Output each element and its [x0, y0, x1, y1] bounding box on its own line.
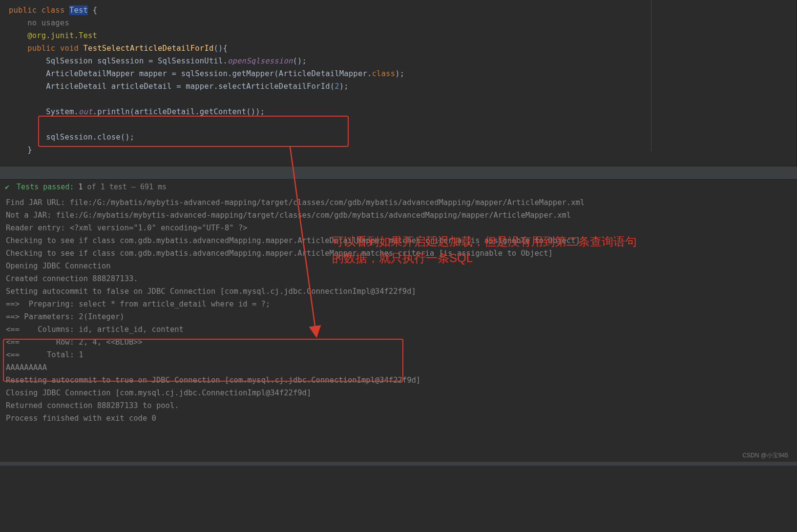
- code-text: System.: [46, 107, 79, 116]
- usages-hint: no usages: [27, 19, 69, 27]
- code-text: sqlSession.close();: [46, 133, 134, 142]
- code-text: ArticleDetailMapper mapper = sqlSession.…: [46, 69, 372, 78]
- keyword: class: [42, 6, 65, 15]
- paren: (){: [213, 44, 228, 53]
- annotation: @org.junit.: [27, 31, 79, 40]
- number-literal: 2: [335, 82, 339, 91]
- console-line: <== Columns: id, article_id, content: [6, 323, 791, 336]
- check-icon: ✔: [5, 183, 9, 191]
- console-line: Process finished with exit code 0: [6, 412, 791, 425]
- console-line: Find JAR URL: file:/G:/mybatis/mybytis-a…: [6, 196, 791, 209]
- paren: );: [395, 69, 404, 78]
- brace: }: [27, 145, 32, 154]
- keyword: public: [27, 44, 55, 53]
- code-editor[interactable]: public class Test { no usages @org.junit…: [0, 0, 797, 166]
- class-name: Test: [69, 5, 88, 15]
- tests-passed-count: 1: [79, 183, 83, 191]
- console-line: Created connection 888287133.: [6, 272, 791, 285]
- annotation: Test: [79, 31, 97, 40]
- console-line: Setting autocommit to false on JDBC Conn…: [6, 285, 791, 298]
- panel-divider[interactable]: [0, 166, 797, 180]
- console-line: AAAAAAAAA: [6, 361, 791, 374]
- keyword: void: [60, 44, 79, 53]
- tests-of-label: of 1 test –: [87, 183, 140, 191]
- brace: {: [88, 6, 97, 15]
- keyword: class: [372, 69, 396, 78]
- test-status-bar: ✔ Tests passed: 1 of 1 test – 691 ms: [0, 180, 797, 194]
- console-line: Returned connection 888287133 to pool.: [6, 399, 791, 412]
- console-line: Opening JDBC Connection: [6, 260, 791, 272]
- method-name: TestSelectArticleDetailForId: [84, 44, 214, 53]
- code-text: SqlSession sqlSession = SqlSessionUtil.: [46, 57, 228, 65]
- console-line: Not a JAR: file:/G:/mybatis/mybytis-adva…: [6, 209, 791, 222]
- console-line: Checking to see if class com.gdb.mybatis…: [6, 247, 791, 260]
- code-text: .println(articleDetail.getContent());: [93, 107, 265, 116]
- console-line: ==> Preparing: select * from article_det…: [6, 298, 791, 310]
- tests-time: 691 ms: [140, 183, 167, 191]
- paren: );: [339, 82, 349, 91]
- paren: ();: [293, 57, 307, 65]
- console-line: Closing JDBC Connection [com.mysql.cj.jd…: [6, 387, 791, 399]
- console-line: <== Row: 2, 4, <<BLOB>>: [6, 336, 791, 348]
- console-line: Resetting autocommit to true on JDBC Con…: [6, 374, 791, 387]
- console-line: Reader entry: <?xml version="1.0" encodi…: [6, 222, 791, 234]
- console-line: <== Total: 1: [6, 348, 791, 361]
- static-field: out: [79, 107, 93, 116]
- console-line: Checking to see if class com.gdb.mybatis…: [6, 234, 791, 247]
- static-method: openSqlsession: [228, 57, 293, 65]
- status-bar: [0, 462, 797, 466]
- console-output[interactable]: Find JAR URL: file:/G:/mybatis/mybytis-a…: [0, 194, 797, 434]
- console-line: ==> Parameters: 2(Integer): [6, 310, 791, 323]
- editor-right-gutter: [651, 0, 797, 151]
- tests-passed-label: Tests passed:: [17, 183, 74, 191]
- code-text: ArticleDetail articleDetail = mapper.sel…: [46, 82, 335, 91]
- keyword: public: [9, 6, 37, 15]
- watermark: CSDN @小宝945: [742, 451, 788, 460]
